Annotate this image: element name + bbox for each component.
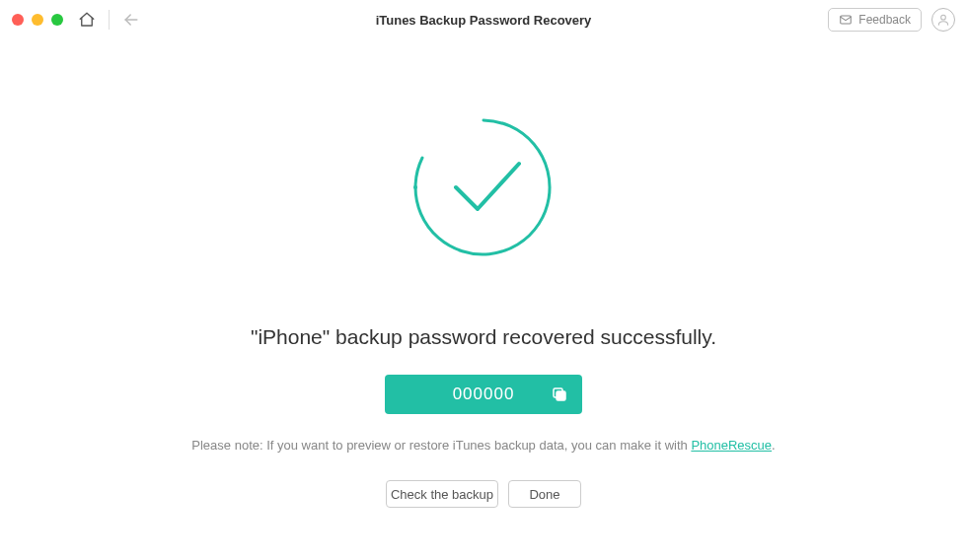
copy-icon [551, 385, 568, 403]
back-button[interactable] [119, 8, 143, 32]
note-text: Please note: If you want to preview or r… [191, 438, 775, 453]
arrow-left-icon [121, 10, 141, 30]
feedback-label: Feedback [858, 13, 911, 27]
titlebar: iTunes Backup Password Recovery Feedback [0, 0, 967, 39]
main-content: "iPhone" backup password recovered succe… [0, 39, 967, 508]
traffic-lights [12, 14, 63, 26]
action-buttons: Check the backup Done [386, 480, 581, 508]
svg-rect-4 [557, 391, 565, 400]
user-icon [936, 13, 950, 27]
titlebar-right: Feedback [828, 8, 955, 32]
window-minimize-button[interactable] [32, 14, 43, 26]
svg-point-3 [413, 185, 417, 189]
home-icon [78, 11, 96, 29]
home-button[interactable] [75, 8, 99, 32]
window-close-button[interactable] [12, 14, 24, 26]
success-message: "iPhone" backup password recovered succe… [251, 325, 716, 349]
account-button[interactable] [931, 8, 955, 32]
window-title: iTunes Backup Password Recovery [376, 13, 592, 28]
checkmark-circle-icon [405, 108, 562, 266]
done-button[interactable]: Done [508, 480, 581, 508]
check-backup-button[interactable]: Check the backup [386, 480, 498, 508]
recovered-password: 000000 [453, 385, 515, 404]
titlebar-divider [109, 10, 110, 30]
note-prefix: Please note: If you want to preview or r… [191, 438, 691, 453]
mail-icon [839, 13, 853, 27]
window-maximize-button[interactable] [51, 14, 63, 26]
svg-point-2 [941, 15, 946, 20]
feedback-button[interactable]: Feedback [828, 8, 922, 32]
phonerescue-link[interactable]: PhoneRescue [691, 438, 772, 453]
note-suffix: . [772, 438, 776, 453]
success-indicator [405, 108, 562, 266]
password-result-box[interactable]: 000000 [385, 375, 582, 414]
